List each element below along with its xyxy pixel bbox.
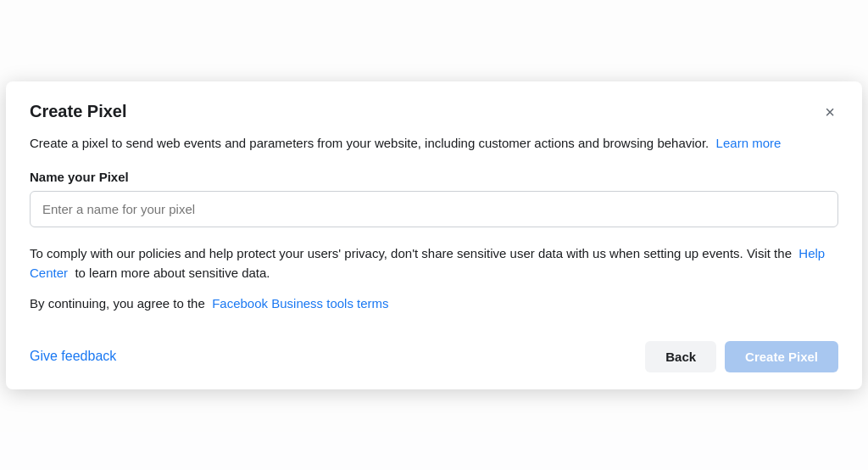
modal-overlay: Create Pixel × Create a pixel to send we… bbox=[0, 0, 868, 470]
description-text: Create a pixel to send web events and pa… bbox=[30, 136, 709, 150]
modal-footer: Give feedback Back Create Pixel bbox=[30, 334, 838, 372]
close-button[interactable]: × bbox=[821, 102, 838, 122]
close-icon: × bbox=[825, 104, 835, 120]
modal-title: Create Pixel bbox=[30, 102, 127, 121]
privacy-text-before: To comply with our policies and help pro… bbox=[30, 246, 792, 260]
pixel-name-label: Name your Pixel bbox=[30, 170, 838, 184]
learn-more-link[interactable]: Learn more bbox=[716, 136, 782, 150]
modal-header: Create Pixel × bbox=[30, 102, 838, 122]
terms-text-before: By continuing, you agree to the bbox=[30, 296, 205, 311]
footer-actions: Back Create Pixel bbox=[645, 341, 838, 372]
facebook-business-tools-terms-link[interactable]: Facebook Business tools terms bbox=[212, 296, 388, 311]
pixel-name-input[interactable] bbox=[30, 191, 838, 227]
create-pixel-button[interactable]: Create Pixel bbox=[725, 341, 838, 372]
back-button[interactable]: Back bbox=[645, 341, 716, 372]
privacy-text-after: to learn more about sensitive data. bbox=[75, 266, 270, 280]
modal-description: Create a pixel to send web events and pa… bbox=[30, 134, 838, 154]
create-pixel-modal: Create Pixel × Create a pixel to send we… bbox=[6, 81, 862, 389]
give-feedback-link[interactable]: Give feedback bbox=[30, 349, 116, 364]
terms-text: By continuing, you agree to the Facebook… bbox=[30, 294, 838, 314]
privacy-text: To comply with our policies and help pro… bbox=[30, 244, 838, 283]
